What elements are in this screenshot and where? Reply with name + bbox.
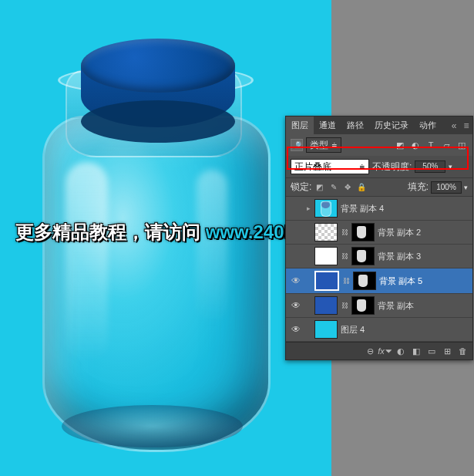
tab-paths[interactable]: 路径 [341, 116, 369, 134]
layer-name[interactable]: 图层 4 [341, 324, 365, 336]
layer-thumbnail[interactable] [314, 223, 338, 241]
filter-pixel-icon[interactable]: ◩ [394, 139, 406, 151]
panel-tabs: 图层 通道 路径 历史记录 动作 « ≡ [286, 116, 472, 134]
layer-row[interactable]: 👁图层 4 [286, 318, 472, 342]
layer-thumbnail[interactable] [314, 320, 338, 339]
new-layer-icon[interactable]: ⊞ [440, 345, 454, 357]
lock-position-icon[interactable]: ✥ [341, 181, 353, 193]
group-icon[interactable]: ▭ [425, 345, 439, 357]
opacity-value[interactable]: 50% [415, 160, 445, 173]
panel-footer: ⊖ fx⏷ ◐ ◧ ▭ ⊞ 🗑 [286, 342, 472, 360]
layer-name[interactable]: 背景 副本 5 [379, 275, 422, 287]
visibility-toggle[interactable] [290, 202, 302, 214]
link-layers-icon[interactable]: ⊖ [363, 345, 377, 357]
layer-row[interactable]: ⛓背景 副本 3 [286, 245, 472, 268]
link-icon[interactable]: ⛓ [341, 228, 348, 236]
tab-layers[interactable]: 图层 [286, 116, 314, 134]
tab-history[interactable]: 历史记录 [369, 116, 414, 134]
opacity-slider-icon[interactable]: ▾ [449, 163, 452, 170]
filter-adjust-icon[interactable]: ◐ [409, 139, 422, 151]
fx-icon[interactable]: fx⏷ [378, 345, 392, 357]
link-icon[interactable]: ⛓ [341, 252, 348, 260]
layer-mask-thumbnail[interactable] [351, 247, 375, 265]
chevron-down-icon: ≑ [331, 141, 338, 149]
fill-label: 填充: [408, 181, 429, 194]
lock-paint-icon[interactable]: ✎ [328, 181, 339, 193]
link-icon[interactable]: ⛓ [342, 277, 350, 285]
lock-transparency-icon[interactable]: ◩ [314, 181, 325, 193]
layer-name[interactable]: 背景 副本 [378, 300, 414, 312]
adjustment-icon[interactable]: ◧ [409, 345, 423, 357]
layer-mask-thumbnail[interactable] [353, 272, 376, 290]
filter-type-icon[interactable]: T [425, 139, 437, 151]
filter-smart-icon[interactable]: ◫ [456, 139, 468, 151]
link-icon[interactable]: ⛓ [341, 302, 348, 309]
visibility-toggle[interactable]: 👁 [290, 299, 302, 312]
layer-name[interactable]: 背景 副本 2 [378, 227, 421, 238]
layer-mask-thumbnail[interactable] [351, 296, 375, 315]
layer-thumbnail[interactable] [314, 271, 339, 291]
layer-mask-thumbnail[interactable] [351, 223, 375, 241]
search-icon[interactable]: 🔎 [291, 139, 303, 151]
visibility-toggle[interactable]: 👁 [290, 323, 302, 336]
chevron-down-icon: ≑ [359, 163, 365, 170]
layer-thumbnail[interactable] [314, 296, 338, 315]
layer-row[interactable]: ⛓背景 副本 2 [286, 221, 472, 245]
filter-type-dropdown[interactable]: 类型 ≑ [306, 137, 341, 153]
layers-list: ▸背景 副本 4⛓背景 副本 2⛓背景 副本 3👁⛓背景 副本 5👁⛓背景 副本… [286, 197, 472, 342]
lock-label: 锁定: [291, 181, 311, 194]
layer-name[interactable]: 背景 副本 4 [341, 203, 384, 214]
layers-panel: 图层 通道 路径 历史记录 动作 « ≡ 🔎 类型 ≑ ◩ ◐ T ▱ ◫ [285, 116, 473, 360]
delete-layer-icon[interactable]: 🗑 [456, 345, 469, 357]
layer-row[interactable]: 👁⛓背景 副本 5 [286, 268, 472, 294]
filter-row: 🔎 类型 ≑ ◩ ◐ T ▱ ◫ [286, 134, 472, 156]
tab-actions[interactable]: 动作 [414, 116, 442, 134]
visibility-toggle[interactable] [290, 226, 302, 238]
visibility-toggle[interactable]: 👁 [290, 275, 302, 287]
layer-row[interactable]: ▸背景 副本 4 [286, 197, 472, 221]
mask-icon[interactable]: ◐ [394, 345, 408, 357]
panel-menu-icon[interactable]: ≡ [460, 116, 472, 134]
filter-shape-icon[interactable]: ▱ [440, 139, 452, 151]
watermark-cn: 更多精品教程，请访问 [15, 221, 206, 242]
layer-thumbnail[interactable] [314, 199, 338, 218]
opacity-label: 不透明度: [372, 160, 412, 174]
blend-mode-dropdown[interactable]: 正片叠底 ≑ [291, 159, 369, 174]
tab-channels[interactable]: 通道 [314, 116, 341, 134]
filter-type-label: 类型 [310, 139, 328, 152]
blend-row: 正片叠底 ≑ 不透明度: 50% ▾ [286, 156, 472, 177]
layer-thumbnail[interactable] [314, 247, 338, 265]
lock-all-icon[interactable]: 🔒 [355, 181, 367, 193]
fill-slider-icon[interactable]: ▾ [464, 184, 468, 191]
group-chevron-icon[interactable]: ▸ [305, 204, 311, 212]
lock-row: 锁定: ◩ ✎ ✥ 🔒 填充: 100% ▾ [286, 177, 472, 197]
layer-row[interactable]: 👁⛓背景 副本 [286, 294, 472, 318]
fill-value[interactable]: 100% [431, 181, 462, 194]
blend-mode-value: 正片叠底 [294, 160, 331, 174]
layer-name[interactable]: 背景 副本 3 [378, 251, 421, 262]
visibility-toggle[interactable] [290, 250, 302, 262]
panel-collapse-icon[interactable]: « [448, 116, 460, 134]
